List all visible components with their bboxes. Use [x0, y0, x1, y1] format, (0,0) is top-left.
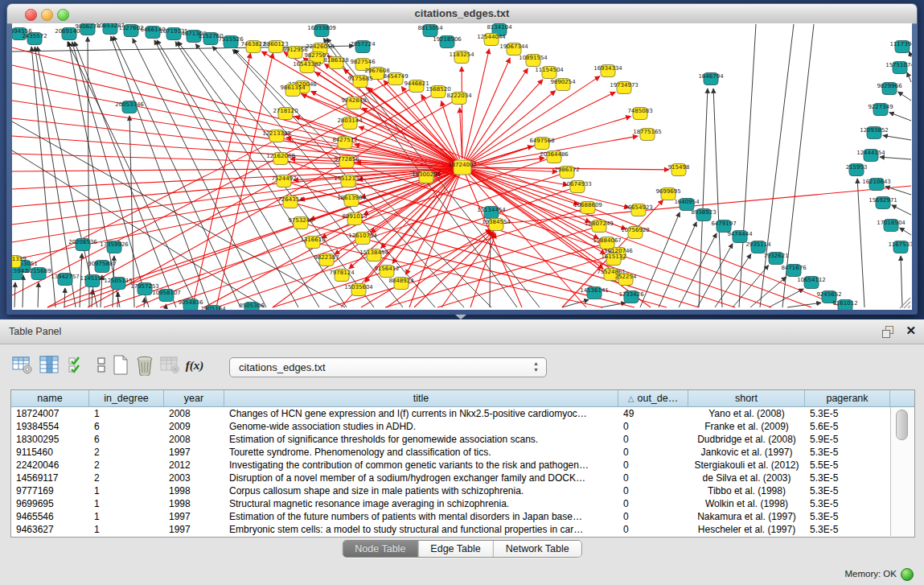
- table-cell[interactable]: 18724007: [11, 407, 89, 420]
- table-cell[interactable]: 2: [89, 472, 164, 484]
- table-row[interactable]: 969969511998Structural magnetic resonanc…: [11, 497, 914, 510]
- table-cell[interactable]: 1998: [164, 484, 224, 497]
- table-cell[interactable]: 0: [618, 472, 688, 484]
- delete-column-icon[interactable]: [133, 354, 156, 377]
- table-cell[interactable]: 1997: [164, 510, 224, 523]
- table-cell[interactable]: 2003: [164, 472, 224, 484]
- table-cell[interactable]: 1997: [164, 446, 224, 459]
- network-window-titlebar[interactable]: citations_edges.txt: [7, 4, 917, 24]
- table-cell[interactable]: 5.3E-5: [805, 484, 890, 497]
- function-builder-icon[interactable]: f(x): [183, 354, 206, 377]
- table-cell[interactable]: 6: [89, 433, 164, 446]
- table-cell[interactable]: 5.3E-5: [805, 510, 890, 523]
- table-cell[interactable]: Franke et al. (2009): [688, 420, 805, 433]
- column-header-short[interactable]: short: [688, 390, 805, 406]
- table-cell[interactable]: Jankovic et al. (1997): [688, 446, 805, 459]
- tab-node-table[interactable]: Node Table: [343, 541, 417, 557]
- column-header-pagerank[interactable]: pagerank: [805, 390, 890, 406]
- table-row[interactable]: 1456911722003Disruption of a novel membe…: [11, 472, 914, 484]
- table-cell[interactable]: 9777169: [11, 484, 89, 497]
- network-canvas[interactable]: 1694556243557220691406980627410653287132…: [12, 23, 912, 310]
- table-cell[interactable]: Estimation of significance thresholds fo…: [224, 433, 618, 446]
- table-cell[interactable]: 18300295: [11, 433, 89, 446]
- table-cell[interactable]: 0: [618, 459, 688, 472]
- table-cell[interactable]: 5.3E-5: [805, 497, 890, 510]
- table-cell[interactable]: Tourette syndrome. Phenomenology and cla…: [224, 446, 618, 459]
- column-header-in_degree[interactable]: in_degree: [89, 390, 164, 406]
- table-cell[interactable]: 1: [89, 484, 164, 497]
- table-cell[interactable]: 1: [89, 497, 164, 510]
- tab-edge-table[interactable]: Edge Table: [417, 541, 492, 557]
- network-window[interactable]: citations_edges.txt 16945562435572206914…: [6, 3, 918, 315]
- column-header-name[interactable]: name: [11, 390, 89, 406]
- table-cell[interactable]: 2012: [164, 459, 224, 472]
- column-header-title[interactable]: title: [224, 390, 618, 406]
- table-cell[interactable]: 5.6E-5: [805, 420, 890, 433]
- table-cell[interactable]: 49: [618, 407, 688, 420]
- table-cell[interactable]: Stergiakouli et al. (2012): [688, 459, 805, 472]
- table-panel-header[interactable]: Table Panel ✕: [0, 319, 924, 344]
- table-selector-dropdown[interactable]: citations_edges.txt ▲▼: [229, 357, 547, 377]
- table-cell[interactable]: 0: [618, 510, 688, 523]
- table-cell[interactable]: Changes of HCN gene expression and I(f) …: [224, 407, 618, 420]
- table-cell[interactable]: 14569117: [11, 472, 89, 484]
- table-cell[interactable]: 5.3E-5: [805, 472, 890, 484]
- table-cell[interactable]: 5.9E-5: [805, 433, 890, 446]
- table-row[interactable]: 946554611997Estimation of the future num…: [11, 510, 914, 523]
- table-cell[interactable]: Disruption of a novel member of a sodium…: [224, 472, 618, 484]
- table-row[interactable]: 1938455462009Genome-wide association stu…: [11, 420, 914, 433]
- table-cell[interactable]: Dudbridge et al. (2008): [688, 433, 805, 446]
- create-column-icon[interactable]: [109, 354, 132, 377]
- table-cell[interactable]: 1997: [164, 523, 224, 536]
- scrollbar-thumb[interactable]: [896, 410, 908, 440]
- table-cell[interactable]: 1998: [164, 497, 224, 510]
- table-cell[interactable]: 9115460: [11, 446, 89, 459]
- table-cell[interactable]: 22420046: [11, 459, 89, 472]
- table-cell[interactable]: 0: [618, 420, 688, 433]
- table-row[interactable]: 1872400712008Changes of HCN gene express…: [11, 407, 914, 420]
- table-cell[interactable]: 5.3E-5: [805, 446, 890, 459]
- table-cell[interactable]: 9465546: [11, 510, 89, 523]
- table-cell[interactable]: 5.5E-5: [805, 459, 890, 472]
- table-cell[interactable]: Genome-wide association studies in ADHD.: [224, 420, 618, 433]
- table-row[interactable]: 946362711997Embryonic stem cells: a mode…: [11, 523, 914, 536]
- table-cell[interactable]: 0: [618, 484, 688, 497]
- table-cell[interactable]: 2008: [164, 407, 224, 420]
- table-cell[interactable]: Structural magnetic resonance image aver…: [224, 497, 618, 510]
- table-cell[interactable]: de Silva et al. (2003): [688, 472, 805, 484]
- table-cell[interactable]: Wolkin et al. (1998): [688, 497, 805, 510]
- table-cell[interactable]: 0: [618, 433, 688, 446]
- table-cell[interactable]: Investigating the contribution of common…: [224, 459, 618, 472]
- table-cell[interactable]: 9463627: [11, 523, 89, 536]
- table-cell[interactable]: 0: [618, 497, 688, 510]
- table-cell[interactable]: 5.3E-5: [805, 407, 890, 420]
- column-header-out_de[interactable]: △out_de…: [618, 390, 688, 406]
- table-cell[interactable]: 0: [618, 523, 688, 536]
- table-cell[interactable]: 9699695: [11, 497, 89, 510]
- resize-grip-icon[interactable]: [900, 298, 910, 308]
- table-cell[interactable]: 5.3E-5: [805, 523, 890, 536]
- table-cell[interactable]: 1: [89, 523, 164, 536]
- table-cell[interactable]: 19384554: [11, 420, 89, 433]
- float-panel-icon[interactable]: [882, 326, 893, 337]
- table-cell[interactable]: 2: [89, 446, 164, 459]
- table-cell[interactable]: Yano et al. (2008): [688, 407, 805, 420]
- close-panel-icon[interactable]: ✕: [906, 323, 916, 338]
- table-cell[interactable]: 2: [89, 459, 164, 472]
- table-cell[interactable]: 6: [89, 420, 164, 433]
- tab-network-table[interactable]: Network Table: [493, 541, 581, 557]
- show-columns-icon[interactable]: [39, 354, 61, 377]
- vertical-scrollbar[interactable]: [890, 407, 914, 536]
- table-cell[interactable]: Hescheler et al. (1997): [688, 523, 805, 536]
- table-cell[interactable]: Nakamura et al. (1997): [688, 510, 805, 523]
- table-cell[interactable]: Corpus callosum shape and size in male p…: [224, 484, 618, 497]
- table-cell[interactable]: Estimation of the future numbers of pati…: [224, 510, 618, 523]
- table-cell[interactable]: Tibbo et al. (1998): [688, 484, 805, 497]
- table-row[interactable]: 2242004622012Investigating the contribut…: [11, 459, 914, 472]
- table-cell[interactable]: Embryonic stem cells: a model to study s…: [224, 523, 618, 536]
- table-cell[interactable]: 0: [618, 446, 688, 459]
- table-row[interactable]: 911546021997Tourette syndrome. Phenomeno…: [11, 446, 914, 459]
- table-cell[interactable]: 2009: [164, 420, 224, 433]
- table-cell[interactable]: 1: [89, 510, 164, 523]
- table-mode-icon[interactable]: [11, 354, 34, 377]
